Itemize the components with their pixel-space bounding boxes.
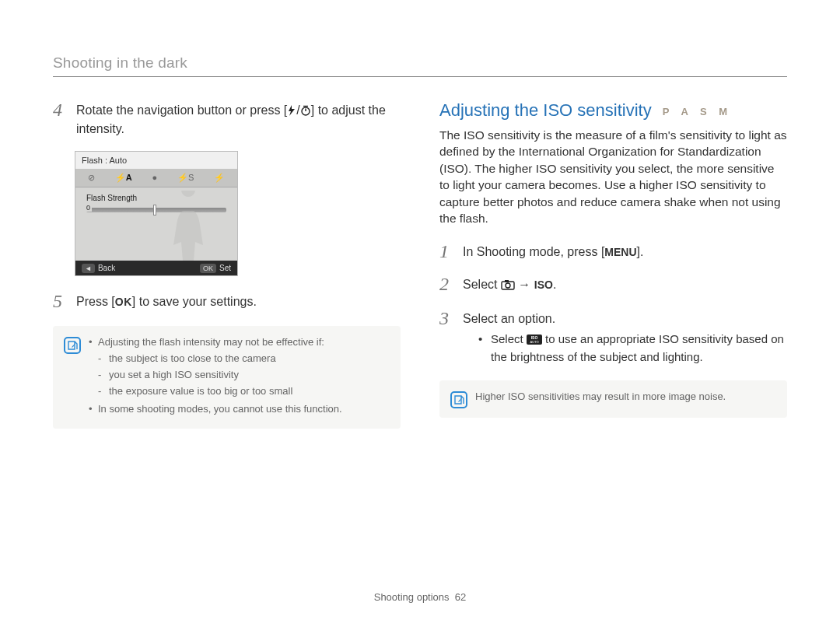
note-subitem: you set a high ISO sensitivity bbox=[98, 368, 342, 383]
text: Select bbox=[491, 332, 527, 345]
step-body: Rotate the navigation button or press [/… bbox=[76, 100, 401, 137]
menu-icon: MENU bbox=[604, 246, 636, 258]
lcd-preview: Flash : Auto ⊘ ⚡A ● ⚡S ⚡ Flash Strength bbox=[75, 151, 238, 276]
note-subitem: the subject is too close to the camera bbox=[98, 352, 342, 366]
arrow: → bbox=[515, 278, 534, 291]
svg-point-4 bbox=[506, 283, 510, 288]
text: Rotate the navigation button or press [ bbox=[76, 103, 287, 117]
step-3: 3 Select an option. • Select ISOAUTO to … bbox=[439, 309, 787, 365]
step-2: 2 Select → ISO. bbox=[439, 275, 787, 295]
redeye-icon: ● bbox=[152, 173, 157, 183]
flash-auto-icon: ⚡A bbox=[115, 173, 132, 183]
text: . bbox=[553, 278, 556, 291]
text: In Shooting mode, press [ bbox=[463, 245, 604, 258]
person-silhouette-icon bbox=[161, 191, 215, 261]
section-header: Shooting in the dark bbox=[53, 54, 787, 77]
text: Press [ bbox=[76, 295, 115, 308]
step-body: In Shooting mode, press [MENU]. bbox=[463, 242, 787, 261]
step-5: 5 Press [OK] to save your settings. bbox=[53, 292, 401, 310]
note-box: Adjusting the flash intensity may not be… bbox=[53, 326, 401, 429]
step-number: 5 bbox=[53, 292, 68, 310]
intro-paragraph: The ISO sensitivity is the measure of a … bbox=[439, 127, 787, 226]
bullet-text: Select ISOAUTO to use an appropriate ISO… bbox=[491, 331, 787, 365]
flash-off-icon: ⊘ bbox=[88, 173, 95, 183]
note-list: Adjusting the flash intensity may not be… bbox=[89, 335, 342, 419]
svg-rect-5 bbox=[505, 280, 509, 282]
step-4: 4 Rotate the navigation button or press … bbox=[53, 100, 401, 137]
text: ] to save your settings. bbox=[132, 295, 257, 308]
sub-bullet: • Select ISOAUTO to use an appropriate I… bbox=[478, 331, 787, 365]
bullet-dot: • bbox=[478, 331, 485, 365]
timer-icon bbox=[300, 103, 311, 121]
ok-icon: OK bbox=[115, 296, 132, 308]
footer-chapter: Shooting options bbox=[374, 591, 450, 603]
note-lead: Adjusting the flash intensity may not be… bbox=[98, 336, 324, 348]
slider-thumb bbox=[153, 205, 156, 215]
step-number: 4 bbox=[53, 100, 68, 137]
text: Select bbox=[463, 278, 501, 291]
footer-page: 62 bbox=[455, 591, 466, 603]
flash-slow-icon: ⚡S bbox=[177, 173, 194, 183]
heading-text: Adjusting the ISO sensitivity bbox=[439, 100, 652, 120]
step-body: Press [OK] to save your settings. bbox=[76, 292, 401, 310]
flash-mode-row: ⊘ ⚡A ● ⚡S ⚡ bbox=[75, 169, 237, 187]
set-control: OKSet bbox=[200, 264, 231, 272]
iso-auto-icon: ISOAUTO bbox=[527, 333, 542, 349]
note-subitem: the exposure value is too big or too sma… bbox=[98, 384, 342, 399]
ok-key-icon: OK bbox=[200, 264, 216, 273]
back-key-icon: ◄ bbox=[82, 264, 95, 273]
text: ]. bbox=[637, 245, 644, 258]
text: Select an option. bbox=[463, 312, 555, 325]
camera-icon bbox=[501, 278, 515, 295]
note-sublist: the subject is too close to the camera y… bbox=[98, 352, 342, 399]
page-footer: Shooting options 62 bbox=[0, 591, 840, 603]
step-1: 1 In Shooting mode, press [MENU]. bbox=[439, 242, 787, 261]
right-column: Adjusting the ISO sensitivity P A S M Th… bbox=[439, 100, 787, 429]
note-box: Higher ISO sensitivities may result in m… bbox=[439, 380, 787, 418]
step-number: 2 bbox=[439, 275, 455, 295]
flash-strength-label: Flash Strength bbox=[86, 194, 137, 202]
left-column: 4 Rotate the navigation button or press … bbox=[53, 100, 401, 429]
lcd-title: Flash : Auto bbox=[75, 152, 237, 169]
content-columns: 4 Rotate the navigation button or press … bbox=[53, 100, 787, 429]
flash-icon bbox=[287, 103, 296, 121]
iso-label: ISO bbox=[534, 278, 553, 291]
note-text: Higher ISO sensitivities may result in m… bbox=[475, 390, 726, 408]
step-number: 3 bbox=[439, 309, 455, 365]
note-item: Adjusting the flash intensity may not be… bbox=[89, 335, 342, 398]
flash-on-icon: ⚡ bbox=[214, 173, 225, 183]
section-heading: Adjusting the ISO sensitivity P A S M bbox=[439, 100, 787, 121]
note-item: In some shooting modes, you cannot use t… bbox=[89, 402, 342, 417]
note-icon bbox=[450, 391, 467, 408]
back-label: Back bbox=[98, 264, 115, 272]
mode-indicators: P A S M bbox=[663, 106, 732, 117]
lcd-screen: ⊘ ⚡A ● ⚡S ⚡ Flash Strength bbox=[75, 169, 237, 261]
step-body: Select → ISO. bbox=[463, 275, 787, 295]
step-number: 1 bbox=[439, 242, 455, 261]
set-label: Set bbox=[219, 264, 231, 272]
back-control: ◄Back bbox=[82, 264, 115, 272]
svg-text:AUTO: AUTO bbox=[530, 340, 538, 344]
step-body: Select an option. • Select ISOAUTO to us… bbox=[463, 309, 787, 365]
note-icon bbox=[64, 337, 81, 354]
lcd-bottom-bar: ◄Back OKSet bbox=[75, 261, 237, 275]
